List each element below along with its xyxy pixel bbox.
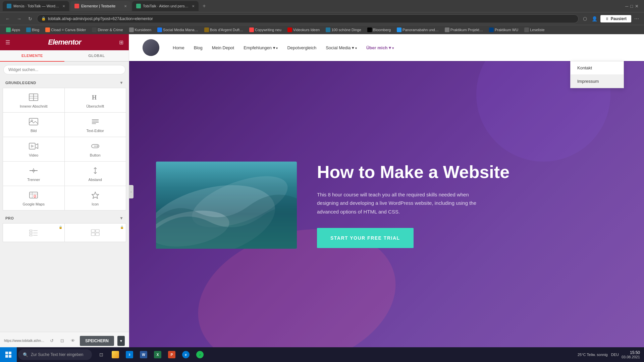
tab-close-3[interactable]: ✕ (192, 4, 195, 8)
sys-time[interactable]: 15:50 03.08.2021 (622, 350, 640, 359)
bookmark-panorama[interactable]: Panoramabahn und… (394, 27, 441, 33)
taskbar-app-word[interactable]: W (137, 347, 150, 362)
browser-tab-3[interactable]: TobiTalk · Aktien und persönlic… ✕ (132, 1, 199, 11)
taskbar-app-spotify[interactable]: ♪ (193, 347, 207, 362)
nav-link-depotvergleich[interactable]: Depotvergleich (287, 45, 316, 50)
widget-button[interactable]: Button (65, 137, 126, 161)
bookmark-label-copywriting: Copywriting neu (255, 28, 281, 32)
nav-link-social-media[interactable]: Social Media ▾ (326, 45, 357, 50)
history-button[interactable]: ↺ (48, 337, 56, 345)
grid-view-icon[interactable]: ⊞ (119, 39, 123, 46)
bookmark-cload[interactable]: Cload = Canva Bilder (43, 27, 89, 33)
pro-title: PRO (5, 216, 14, 220)
browser-tab-2[interactable]: Elementor | Testseite ✕ (70, 1, 131, 11)
menu-dots-icon[interactable]: ⋯ (633, 15, 641, 22)
tab-close-2[interactable]: ✕ (124, 4, 127, 8)
bookmark-blog[interactable]: Blog (23, 27, 42, 33)
nav-link-mein-depot[interactable]: Mein Depot (212, 45, 234, 50)
taskbar-search[interactable]: 🔍 Zur Suche Text hier eingeben (18, 349, 92, 360)
widget-google-maps[interactable]: Google Maps (3, 186, 64, 210)
empfehlungen-chevron-icon: ▾ (273, 45, 275, 50)
bookmark-leseliste[interactable]: Leseliste (522, 27, 547, 33)
pro-widget-2[interactable]: 🔒 (65, 224, 126, 242)
bookmark-apps[interactable]: Apps (3, 27, 23, 33)
sidebar-collapse-handle[interactable]: ‹ (129, 185, 133, 198)
tab-global[interactable]: GLOBAL (64, 50, 129, 61)
profile-icon[interactable]: 👤 (590, 15, 599, 22)
pro-section-header[interactable]: PRO ▼ (0, 213, 129, 223)
widgets-grid: Innerer Abschnitt H Überschrift Bild (3, 88, 126, 210)
nav-link-empfehlungen[interactable]: Empfehlungen ▾ (244, 45, 278, 50)
bookmark-copywriting[interactable]: Copywriting neu (247, 27, 284, 33)
window-close-button[interactable]: ✕ (635, 4, 639, 9)
bookmarks-bar: Apps Blog Cload = Canva Bilder Dinner & … (0, 25, 644, 34)
tab-close-1[interactable]: ✕ (62, 4, 65, 8)
bookmark-bois[interactable]: Bois d'Argent Duft… (202, 27, 246, 33)
website-preview: Home Blog Mein Depot Empfehlungen ▾ Depo… (129, 34, 644, 349)
bookmark-praktikum[interactable]: Praktikum Projekt… (442, 27, 486, 33)
bookmark-dinner[interactable]: Dinner & Crime (89, 27, 125, 33)
nav-link-ueber-mich[interactable]: Über mich ▾ (366, 45, 394, 50)
widget-label-button: Button (90, 153, 101, 157)
nav-link-blog[interactable]: Blog (194, 45, 203, 50)
taskbar-app-browser[interactable]: e (179, 347, 193, 362)
cta-button[interactable]: START YOUR FREE TRIAL (317, 228, 414, 248)
taskbar-app-task-view[interactable]: ⊡ (95, 347, 108, 362)
window-minimize-button[interactable]: ─ (625, 4, 628, 9)
widget-icon[interactable]: Icon (65, 186, 126, 210)
extensions-icon[interactable]: ⬡ (581, 15, 589, 22)
elementor-logo: Elementor (48, 38, 81, 47)
bookmark-label-kursideen: Kursideen (135, 28, 152, 32)
task-view-icon: ⊡ (98, 351, 105, 358)
browser-tab-1[interactable]: Menüs · TobiTalk — WordPress ✕ (3, 1, 69, 11)
bookmark-label-social: Social Media Mana… (163, 28, 198, 32)
bookmark-label-panorama: Panoramabahn und… (402, 28, 439, 32)
save-button[interactable]: SPEICHERN (80, 336, 114, 346)
preview-button[interactable]: 👁 (69, 337, 77, 345)
window-maximize-button[interactable]: □ (630, 4, 633, 9)
taskbar-app-calendar[interactable]: 3 (123, 347, 136, 362)
start-button[interactable] (0, 347, 17, 362)
grundlegend-chevron-icon: ▼ (119, 80, 123, 85)
bookmark-100[interactable]: 100 schöne Dinge (323, 27, 364, 33)
bookmark-label-dinner: Dinner & Crime (98, 28, 123, 32)
widget-abstand[interactable]: Abstand (65, 162, 126, 186)
site-nav: Home Blog Mein Depot Empfehlungen ▾ Depo… (129, 34, 644, 61)
widget-trenner[interactable]: Trenner (3, 162, 64, 186)
address-bar[interactable]: 🔒 tobitalk.at/wp-admin/post.php?post=627… (37, 14, 579, 23)
bookmark-videokurs[interactable]: Videokurs Ideen (285, 27, 322, 33)
grundlegend-section-header[interactable]: GRUNDLEGEND ▼ (0, 78, 129, 88)
taskbar-app-explorer[interactable] (109, 347, 122, 362)
pro-widget-1[interactable]: 🔒 (3, 224, 64, 242)
sys-lang[interactable]: DEU (611, 353, 619, 357)
bookmark-kursideen[interactable]: Kursideen (126, 27, 154, 33)
widget-video[interactable]: Video (3, 137, 64, 161)
taskbar-app-powerpoint[interactable]: P (165, 347, 178, 362)
taskbar-app-excel[interactable]: X (151, 347, 164, 362)
paused-button[interactable]: ⏸ Pausiert (600, 15, 631, 22)
nav-link-home[interactable]: Home (173, 45, 184, 50)
save-options-button[interactable]: ▾ (117, 336, 125, 346)
bookmark-bloomberg[interactable]: Bloomberg (365, 27, 393, 33)
responsive-button[interactable]: ⊡ (58, 337, 66, 345)
nav-forward-button[interactable]: → (15, 15, 23, 23)
widget-ueberschrift[interactable]: H Überschrift (65, 88, 126, 112)
dropdown-item-kontakt[interactable]: Kontakt (571, 61, 624, 74)
widget-innerer-abschnitt[interactable]: Innerer Abschnitt (3, 88, 64, 112)
hamburger-icon[interactable]: ☰ (5, 39, 10, 46)
svg-rect-22 (30, 192, 38, 198)
nav-back-button[interactable]: ← (3, 15, 12, 23)
add-tab-button[interactable]: + (200, 3, 208, 9)
nav-refresh-button[interactable]: ↻ (26, 15, 34, 23)
widget-text-editor[interactable]: Text-Editor (65, 113, 126, 137)
bookmark-social[interactable]: Social Media Mana… (155, 27, 201, 33)
sys-weather[interactable]: 25°C Teilw. sonnig (578, 353, 608, 357)
search-input[interactable] (3, 65, 125, 74)
tab-elemente[interactable]: ELEMENTE (0, 50, 64, 62)
widget-bild[interactable]: Bild (3, 113, 64, 137)
widget-icon-button (91, 142, 100, 151)
widget-icon-innerer-abschnitt (29, 94, 38, 102)
widget-label-icon: Icon (92, 202, 99, 206)
dropdown-item-impressum[interactable]: Impressum (571, 75, 624, 88)
bookmark-wu[interactable]: Praktikum WU (486, 27, 521, 33)
